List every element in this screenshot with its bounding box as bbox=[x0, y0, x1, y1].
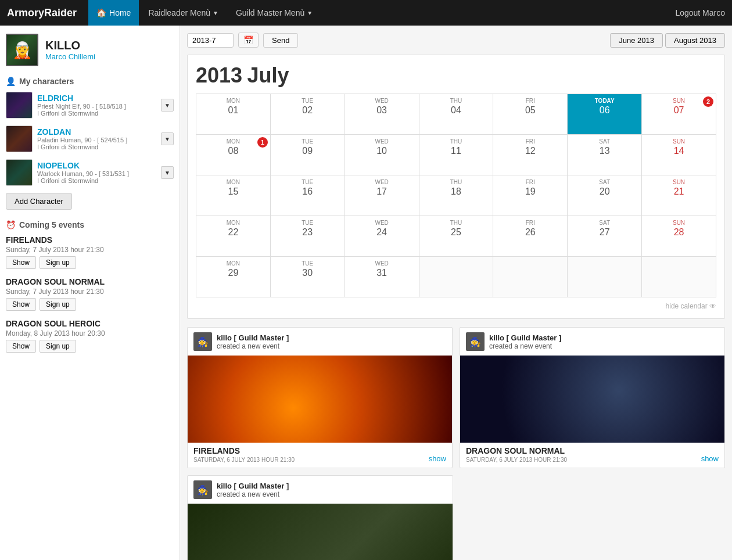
calendar-day-cell[interactable]: FRI12 bbox=[493, 135, 568, 175]
calendar-day-cell[interactable]: THU04 bbox=[419, 94, 493, 135]
calendar-day-cell[interactable]: TUE16 bbox=[270, 175, 345, 216]
calendar-day-cell[interactable]: SAT13 bbox=[568, 135, 642, 175]
calendar-day-number: 28 bbox=[645, 227, 712, 238]
event-signup-button[interactable]: Sign up bbox=[40, 298, 76, 311]
character-name[interactable]: NIOPELOK bbox=[37, 161, 156, 170]
calendar-day-cell[interactable]: TODAY06 bbox=[568, 94, 642, 135]
calendar-day-number: 20 bbox=[571, 186, 638, 197]
calendar-day-number: 16 bbox=[274, 186, 341, 197]
calendar-day-cell[interactable]: TUE09 bbox=[270, 135, 345, 175]
nav-raidleader[interactable]: Raidleader Menù ▼ bbox=[140, 0, 227, 26]
calendar-day-cell[interactable]: WED31 bbox=[345, 257, 419, 297]
calendar-day-cell[interactable]: THU18 bbox=[419, 175, 493, 216]
calendar-day-cell[interactable]: THU25 bbox=[419, 216, 493, 257]
event-signup-button[interactable]: Sign up bbox=[40, 256, 76, 269]
calendar-day-cell[interactable]: TUE23 bbox=[270, 216, 345, 257]
my-characters-header: 👤 My characters bbox=[6, 77, 174, 86]
calendar-day-cell[interactable]: MON29 bbox=[196, 257, 271, 297]
calendar-empty-cell bbox=[493, 257, 568, 297]
calendar-day-name: SUN bbox=[645, 98, 712, 104]
calendar-day-cell[interactable]: FRI19 bbox=[493, 175, 568, 216]
character-info: ZOLDAN Paladin Human, 90 - [ 524/515 ] I… bbox=[37, 127, 156, 150]
calendar-day-cell[interactable]: SUN28 bbox=[642, 216, 716, 257]
calendar-day-cell[interactable]: SAT27 bbox=[568, 216, 642, 257]
calendar-day-cell[interactable]: SAT20 bbox=[568, 175, 642, 216]
event-name: DRAGON SOUL NORMAL bbox=[6, 277, 174, 286]
calendar-day-number: 03 bbox=[349, 105, 415, 116]
calendar-day-cell[interactable]: WED17 bbox=[345, 175, 419, 216]
feed-row: 🧙 killo [ Guild Master ] created a new e… bbox=[187, 327, 725, 468]
feed-card-header: 🧙 killo [ Guild Master ] created a new e… bbox=[188, 476, 453, 504]
calendar-picker-button[interactable]: 📅 bbox=[238, 33, 259, 48]
character-dropdown[interactable]: ▼ bbox=[161, 99, 174, 112]
character-guild: I Grifoni di Stormwind bbox=[37, 143, 156, 150]
feed-event-date: SATURDAY, 6 JULY 2013 HOUR 21:30 bbox=[193, 457, 295, 463]
event-show-button[interactable]: Show bbox=[6, 298, 36, 311]
calendar-day-number: 09 bbox=[274, 146, 341, 156]
event-signup-button[interactable]: Sign up bbox=[40, 340, 76, 353]
character-dropdown[interactable]: ▼ bbox=[161, 166, 174, 179]
calendar-day-name: THU bbox=[423, 220, 490, 226]
calendar-day-number: 19 bbox=[497, 186, 564, 197]
app-brand[interactable]: ArmoryRaider bbox=[7, 7, 77, 19]
calendar-day-cell[interactable]: MON01 bbox=[196, 94, 271, 135]
calendar-day-cell[interactable]: SUN21 bbox=[642, 175, 716, 216]
calendar-title: 2013 July bbox=[196, 63, 716, 88]
calendar-day-name: FRI bbox=[497, 179, 564, 185]
character-name[interactable]: ELDRICH bbox=[37, 94, 156, 103]
calendar-day-cell[interactable]: MON22 bbox=[196, 216, 271, 257]
calendar-day-cell[interactable]: SUN14 bbox=[642, 135, 716, 175]
calendar-day-number: 29 bbox=[200, 268, 267, 278]
user-profile-link[interactable]: Marco Chillemi bbox=[45, 52, 95, 61]
feed-card-meta: killo [ Guild Master ] created a new eve… bbox=[217, 482, 289, 498]
feed-card-header: 🧙 killo [ Guild Master ] created a new e… bbox=[188, 328, 452, 356]
coming-events-header: ⏰ Coming 5 events bbox=[6, 220, 174, 229]
add-character-button[interactable]: Add Character bbox=[6, 193, 72, 210]
feed-user-name: killo [ Guild Master ] bbox=[489, 333, 561, 342]
calendar-empty-cell bbox=[642, 257, 716, 297]
calendar-day-cell[interactable]: MON15 bbox=[196, 175, 271, 216]
calendar-day-number: 23 bbox=[274, 227, 341, 238]
calendar-day-cell[interactable]: WED03 bbox=[345, 94, 419, 135]
calendar-day-cell[interactable]: FRI26 bbox=[493, 216, 568, 257]
next-month-button[interactable]: August 2013 bbox=[665, 33, 725, 48]
character-guild: I Grifoni di Stormwind bbox=[37, 177, 156, 184]
calendar-day-cell[interactable]: WED10 bbox=[345, 135, 419, 175]
prev-month-button[interactable]: June 2013 bbox=[610, 33, 663, 48]
hide-calendar-link[interactable]: hide calendar 👁 bbox=[196, 302, 716, 310]
avatar: 🧝 bbox=[6, 34, 38, 66]
feed-card: 🧙 killo [ Guild Master ] created a new e… bbox=[460, 327, 725, 468]
main-content: 📅 Send June 2013 August 2013 2013 July M… bbox=[180, 26, 732, 560]
character-name[interactable]: ZOLDAN bbox=[37, 127, 156, 137]
calendar-day-cell[interactable]: SUN072 bbox=[642, 94, 716, 135]
character-avatar bbox=[6, 125, 33, 152]
event-show-button[interactable]: Show bbox=[6, 256, 36, 269]
logout-button[interactable]: Logout Marco bbox=[675, 8, 725, 17]
character-class: Warlock Human, 90 - [ 531/531 ] bbox=[37, 170, 156, 177]
event-show-button[interactable]: Show bbox=[6, 340, 36, 353]
character-item: ZOLDAN Paladin Human, 90 - [ 524/515 ] I… bbox=[6, 125, 174, 152]
calendar-day-cell[interactable]: TUE30 bbox=[270, 257, 345, 297]
calendar-month-input[interactable] bbox=[187, 33, 234, 48]
nav-home[interactable]: 🏠 Home bbox=[88, 0, 139, 26]
calendar-day-name: WED bbox=[349, 138, 415, 145]
page-layout: 🧝 KILLO Marco Chillemi 👤 My characters E… bbox=[0, 26, 732, 560]
feed-show-link[interactable]: show bbox=[701, 454, 719, 463]
calendar-day-cell[interactable]: MON081 bbox=[196, 135, 271, 175]
calendar-day-number: 22 bbox=[200, 227, 267, 238]
feed-action: created a new event bbox=[217, 342, 289, 350]
calendar-day-number: 17 bbox=[349, 186, 415, 197]
calendar-day-cell[interactable]: TUE02 bbox=[270, 94, 345, 135]
calendar-day-cell[interactable]: WED24 bbox=[345, 216, 419, 257]
calendar-day-cell[interactable]: THU11 bbox=[419, 135, 493, 175]
calendar-day-name: MON bbox=[200, 260, 267, 267]
nav-guildmaster[interactable]: Guild Master Menù ▼ bbox=[228, 0, 321, 26]
feed-event-name: FIRELANDS bbox=[193, 446, 295, 455]
calendar-send-button[interactable]: Send bbox=[263, 33, 298, 48]
event-item: DRAGON SOUL HEROIC Monday, 8 July 2013 h… bbox=[6, 319, 174, 353]
feed-show-link[interactable]: show bbox=[429, 454, 446, 463]
calendar-day-name: TUE bbox=[274, 138, 341, 145]
nav-items: 🏠 Home Raidleader Menù ▼ Guild Master Me… bbox=[88, 0, 675, 26]
calendar-day-cell[interactable]: FRI05 bbox=[493, 94, 568, 135]
character-dropdown[interactable]: ▼ bbox=[161, 132, 174, 145]
